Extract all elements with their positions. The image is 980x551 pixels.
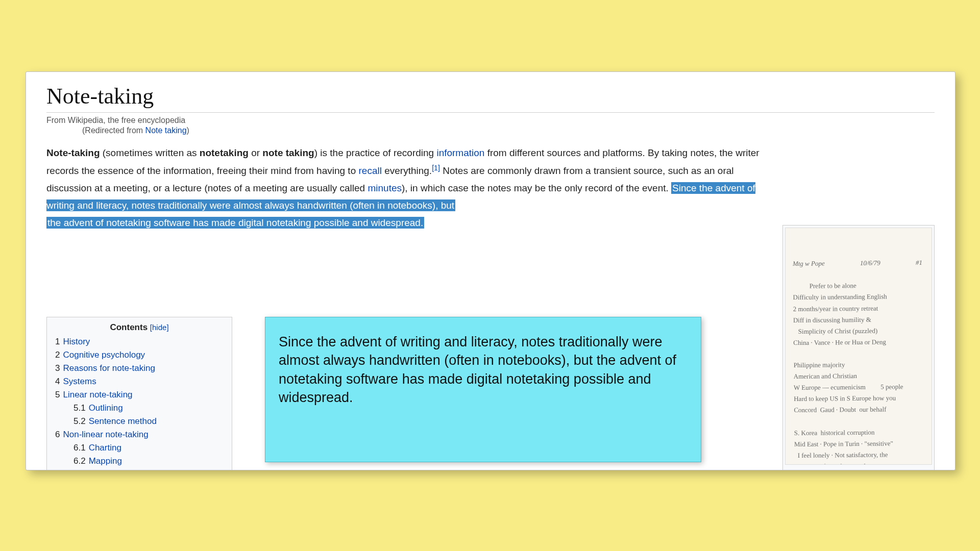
- hand-header-right: #1: [916, 257, 922, 268]
- hand-header-left: Mtg w Pope: [793, 258, 825, 270]
- toc-num: 6.1: [74, 443, 86, 453]
- sticky-note-overlay[interactable]: Since the advent of writing and literacy…: [265, 317, 701, 462]
- lead-t3: ) is the practice of recording: [314, 147, 437, 158]
- toc-num: 3: [55, 363, 60, 373]
- toc-item-6-2: 6.2Mapping: [55, 456, 224, 466]
- article-card: Note-taking From Wikipedia, the free enc…: [26, 71, 955, 470]
- page-title: Note-taking: [46, 83, 935, 113]
- toc-heading: Contents: [110, 322, 148, 332]
- toc-item-4: 4Systems: [55, 377, 224, 387]
- toc-link-history[interactable]: History: [63, 337, 90, 346]
- lead-bold-1: Note-taking: [46, 147, 100, 158]
- toc-item-3: 3Reasons for note-taking: [55, 363, 224, 373]
- toc-hide-link[interactable]: hide: [152, 323, 166, 332]
- toc-box: Contents [hide] 1History 2Cognitive psyc…: [46, 317, 232, 470]
- toc-title: Contents [hide]: [55, 322, 224, 333]
- toc-num: 5: [55, 390, 60, 399]
- hand-header-center: 10/6/79: [860, 258, 880, 269]
- toc-link-reasons[interactable]: Reasons for note-taking: [63, 363, 155, 373]
- lead-link-minutes[interactable]: minutes: [368, 183, 402, 193]
- toc-item-6: 6Non-linear note-taking: [55, 430, 224, 440]
- toc-num: 6.3: [74, 469, 86, 470]
- toc-link-cornell[interactable]: Cornell Notes: [89, 469, 141, 470]
- lead-paragraph: Note-taking (sometimes written as noteta…: [46, 144, 761, 231]
- lead-link-information[interactable]: information: [436, 147, 484, 158]
- figure-box: Mtg w Pope 10/6/79 #1 Prefer to be alone…: [782, 225, 935, 470]
- lead-bold-3: note taking: [262, 147, 314, 158]
- toc-link-linear[interactable]: Linear note-taking: [63, 390, 132, 399]
- lead-t5: everything.: [382, 165, 432, 176]
- toc-link-outlining[interactable]: Outlining: [89, 403, 123, 413]
- lead-bold-2: notetaking: [200, 147, 249, 158]
- source-line: From Wikipedia, the free encyclopedia: [46, 116, 935, 125]
- toc-item-6-3: 6.3Cornell Notes: [55, 469, 224, 470]
- lead-highlight-line2: the advent of notetaking software has ma…: [46, 217, 424, 229]
- toc-item-5-1: 5.1Outlining: [55, 403, 224, 413]
- toc-item-1: 1History: [55, 337, 224, 347]
- redirected-line: (Redirected from Note taking): [82, 126, 935, 135]
- toc-link-cognitive[interactable]: Cognitive psychology: [63, 350, 145, 360]
- redirected-link[interactable]: Note taking: [145, 126, 187, 135]
- figure-caption-row: President Jimmy Carter's Notes from his …: [785, 465, 932, 470]
- redirected-prefix: (Redirected from: [82, 126, 145, 135]
- toc-num: 1: [55, 337, 60, 346]
- toc-link-systems[interactable]: Systems: [63, 377, 96, 386]
- lead-t7: ), in which case the notes may be the on…: [402, 183, 671, 193]
- toc-link-mapping[interactable]: Mapping: [89, 456, 122, 466]
- figure-image-link[interactable]: Mtg w Pope 10/6/79 #1 Prefer to be alone…: [785, 228, 932, 465]
- redirected-suffix: ): [187, 126, 189, 135]
- toc-num: 2: [55, 350, 60, 360]
- toc-num: 5.2: [74, 416, 86, 426]
- lead-t2: or: [249, 147, 262, 158]
- figure-image: Mtg w Pope 10/6/79 #1 Prefer to be alone…: [785, 228, 932, 465]
- lead-t1: (sometimes written as: [100, 147, 200, 158]
- lead-link-recall[interactable]: recall: [358, 165, 381, 176]
- handwriting-sample: Mtg w Pope 10/6/79 #1 Prefer to be alone…: [792, 235, 924, 465]
- toc-item-6-1: 6.1Charting: [55, 443, 224, 453]
- toc-num: 4: [55, 377, 60, 386]
- enlarge-icon[interactable]: [921, 470, 930, 470]
- lead-ref-1[interactable]: [1]: [432, 164, 440, 172]
- toc-item-2: 2Cognitive psychology: [55, 350, 224, 360]
- toc-num: 6: [55, 430, 60, 439]
- figure-caption: President Jimmy Carter's Notes from his …: [787, 469, 920, 470]
- toc-link-charting[interactable]: Charting: [89, 443, 121, 453]
- toc-link-sentence[interactable]: Sentence method: [89, 416, 157, 426]
- toc-item-5-2: 5.2Sentence method: [55, 416, 224, 427]
- toc-num: 6.2: [74, 456, 86, 466]
- hand-body: Prefer to be alone Difficulty in underst…: [793, 282, 919, 465]
- toc-num: 5.1: [74, 403, 86, 413]
- toc-item-5: 5Linear note-taking: [55, 390, 224, 400]
- toc-link-nonlinear[interactable]: Non-linear note-taking: [63, 430, 148, 439]
